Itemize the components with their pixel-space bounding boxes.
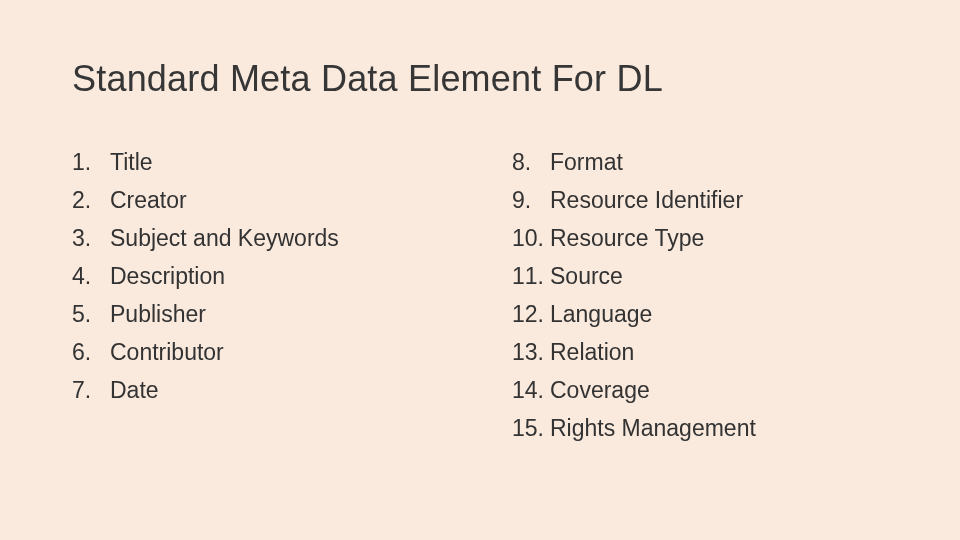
item-label: Publisher — [110, 296, 206, 334]
item-label: Relation — [550, 334, 634, 372]
item-label: Coverage — [550, 372, 650, 410]
list-item: 3. Subject and Keywords — [72, 220, 392, 258]
list-item: 13. Relation — [512, 334, 832, 372]
list-item: 8. Format — [512, 144, 832, 182]
list-item: 14. Coverage — [512, 372, 832, 410]
list-item: 12. Language — [512, 296, 832, 334]
item-number: 8. — [512, 144, 550, 182]
item-label: Resource Type — [550, 220, 704, 258]
item-label: Title — [110, 144, 153, 182]
item-label: Description — [110, 258, 225, 296]
item-number: 10. — [512, 220, 550, 258]
item-number: 15. — [512, 410, 550, 448]
right-column: 8. Format 9. Resource Identifier 10. Res… — [512, 144, 832, 448]
page-title: Standard Meta Data Element For DL — [72, 58, 888, 100]
item-label: Creator — [110, 182, 187, 220]
list-item: 11. Source — [512, 258, 832, 296]
item-label: Contributor — [110, 334, 224, 372]
item-label: Rights Management — [550, 410, 756, 448]
item-number: 4. — [72, 258, 110, 296]
item-number: 11. — [512, 258, 550, 296]
item-label: Format — [550, 144, 623, 182]
item-number: 6. — [72, 334, 110, 372]
list-item: 1. Title — [72, 144, 392, 182]
list-item: 15. Rights Management — [512, 410, 832, 448]
item-number: 1. — [72, 144, 110, 182]
item-label: Resource Identifier — [550, 182, 743, 220]
list-item: 5. Publisher — [72, 296, 392, 334]
list-item: 10. Resource Type — [512, 220, 832, 258]
columns: 1. Title 2. Creator 3. Subject and Keywo… — [72, 144, 888, 448]
item-label: Source — [550, 258, 623, 296]
item-number: 9. — [512, 182, 550, 220]
slide: Standard Meta Data Element For DL 1. Tit… — [0, 0, 960, 488]
list-item: 6. Contributor — [72, 334, 392, 372]
left-column: 1. Title 2. Creator 3. Subject and Keywo… — [72, 144, 392, 448]
item-label: Subject and Keywords — [110, 220, 339, 258]
list-item: 4. Description — [72, 258, 392, 296]
list-item: 7. Date — [72, 372, 392, 410]
item-number: 7. — [72, 372, 110, 410]
item-number: 3. — [72, 220, 110, 258]
list-item: 2. Creator — [72, 182, 392, 220]
item-label: Language — [550, 296, 652, 334]
item-number: 13. — [512, 334, 550, 372]
item-number: 5. — [72, 296, 110, 334]
item-number: 14. — [512, 372, 550, 410]
item-label: Date — [110, 372, 159, 410]
item-number: 2. — [72, 182, 110, 220]
item-number: 12. — [512, 296, 550, 334]
list-item: 9. Resource Identifier — [512, 182, 832, 220]
